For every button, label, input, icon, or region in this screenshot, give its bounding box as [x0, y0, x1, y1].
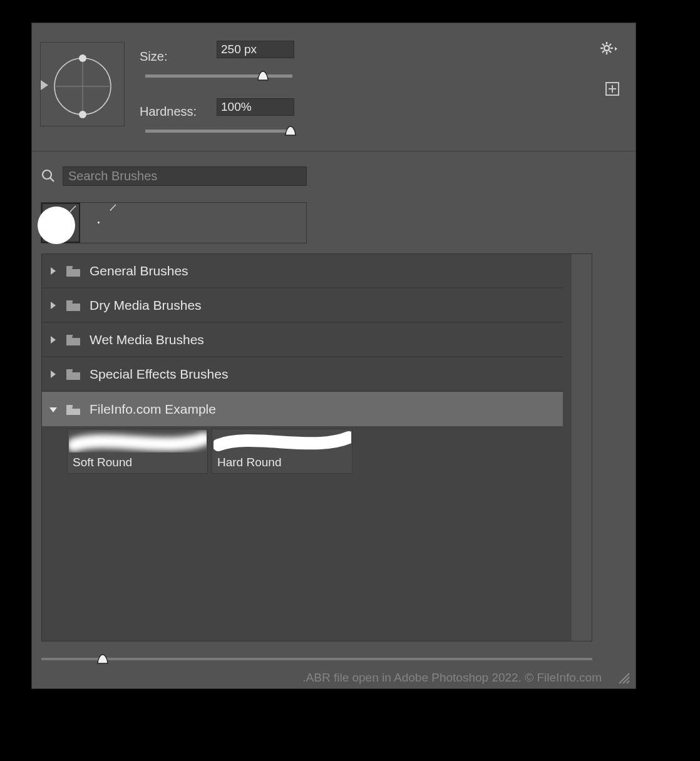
- folder-row-fileinfo-example[interactable]: FileInfo.com Example: [42, 392, 563, 426]
- brush-preset-panel: Size: Hardness:: [31, 23, 636, 689]
- chevron-right-icon: [48, 266, 57, 276]
- svg-line-19: [50, 178, 54, 181]
- folder-row-special-effects-brushes[interactable]: Special Effects Brushes: [42, 357, 563, 392]
- svg-point-18: [43, 170, 51, 179]
- footer-caption: .ABR file open in Adobe Photoshop 2022. …: [302, 671, 602, 685]
- brush-settings-area: Size: Hardness:: [32, 23, 636, 151]
- new-preset-button[interactable]: [605, 82, 619, 96]
- recent-brushes: [41, 202, 307, 243]
- resize-grip-icon[interactable]: [617, 671, 631, 685]
- chevron-down-icon: [48, 405, 57, 414]
- svg-point-17: [79, 111, 86, 118]
- folder-row-wet-media-brushes[interactable]: Wet Media Brushes: [42, 323, 563, 357]
- brush-preset-label: Soft Round: [68, 453, 207, 472]
- folder-label: Wet Media Brushes: [90, 332, 204, 347]
- search-icon: [41, 169, 55, 183]
- thumbnail-zoom-slider[interactable]: [41, 653, 592, 667]
- folder-label: Special Effects Brushes: [90, 367, 228, 382]
- folder-icon: [66, 265, 81, 277]
- search-input[interactable]: [63, 166, 307, 186]
- folder-icon: [66, 299, 81, 312]
- chevron-right-icon: [48, 300, 57, 310]
- brush-tip-preview[interactable]: [40, 42, 125, 126]
- folder-row-general-brushes[interactable]: General Brushes: [42, 254, 563, 289]
- brush-preset-label: Hard Round: [212, 453, 352, 472]
- chevron-right-icon: [48, 369, 57, 379]
- brush-stroke-preview: [212, 429, 352, 453]
- brush-preset-soft-round[interactable]: Soft Round: [67, 429, 208, 474]
- svg-line-22: [627, 681, 629, 683]
- folder-row-dry-media-brushes[interactable]: Dry Media Brushes: [42, 289, 563, 323]
- size-label: Size:: [140, 49, 167, 64]
- chevron-right-icon: [48, 335, 57, 345]
- brush-stroke-preview: [68, 429, 207, 453]
- recent-brush-0[interactable]: [41, 203, 80, 243]
- recent-brush-1[interactable]: [80, 203, 119, 243]
- folder-icon: [66, 403, 81, 416]
- brush-grid: Soft Round Hard Round: [42, 426, 563, 476]
- folder-icon: [66, 334, 81, 346]
- hardness-slider[interactable]: [145, 125, 292, 140]
- hardness-input[interactable]: [217, 98, 294, 116]
- gear-icon[interactable]: [600, 42, 619, 58]
- hardness-label: Hardness:: [140, 105, 197, 119]
- scrollbar[interactable]: [572, 254, 592, 641]
- size-input[interactable]: [217, 41, 294, 58]
- folder-label: General Brushes: [90, 263, 188, 278]
- brush-preset-hard-round[interactable]: Hard Round: [212, 429, 353, 474]
- brush-folder-tree: General Brushes Dry Media Brushes Wet Me…: [41, 253, 592, 641]
- svg-point-16: [79, 54, 86, 62]
- folder-label: Dry Media Brushes: [90, 298, 202, 313]
- folder-icon: [66, 368, 81, 380]
- search-row: [41, 166, 307, 186]
- folder-label: FileInfo.com Example: [90, 402, 216, 417]
- size-slider[interactable]: [145, 69, 292, 84]
